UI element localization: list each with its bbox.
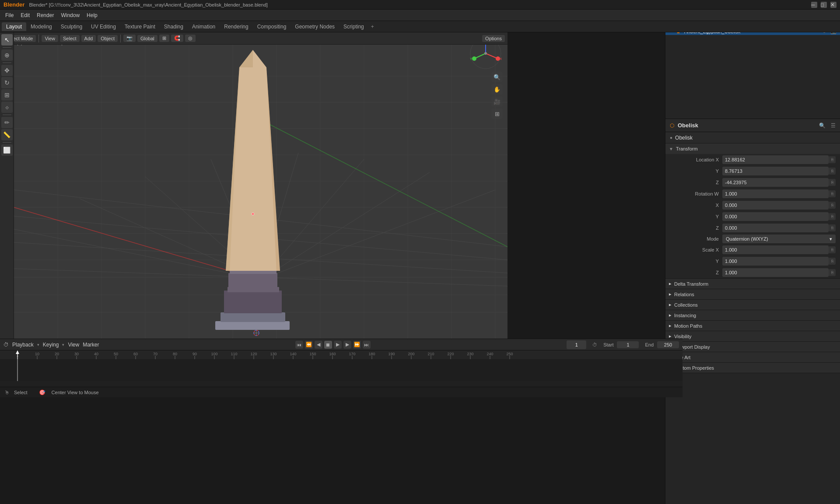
object-menu-btn[interactable]: Object — [98, 35, 118, 42]
playback-menu[interactable]: Playback — [12, 342, 34, 348]
select-tool-btn[interactable]: ↖ — [1, 34, 13, 46]
maximize-btn[interactable]: □ — [821, 2, 827, 8]
scale-x-copy[interactable]: ⎘ — [829, 246, 836, 253]
location-z-value[interactable]: -44.23975 — [722, 178, 829, 187]
instancing-label: Instancing — [674, 313, 696, 318]
minimize-btn[interactable]: ─ — [811, 2, 817, 8]
properties-search-icon[interactable]: 🔍 — [819, 122, 826, 129]
camera-view-btn[interactable]: 🎥 — [492, 96, 502, 107]
tab-animation[interactable]: Animation — [188, 22, 220, 31]
location-x-copy[interactable]: ⎘ — [829, 156, 836, 163]
instancing-row[interactable]: ▸ Instancing — [665, 310, 840, 321]
options-btn[interactable]: Options — [482, 35, 505, 42]
custom-properties-row[interactable]: ▸ Custom Properties — [665, 363, 840, 373]
location-x-value[interactable]: 12.88162 — [722, 155, 829, 164]
location-z-copy[interactable]: ⎘ — [829, 179, 836, 186]
timeline-track[interactable] — [0, 359, 682, 381]
tab-rendering[interactable]: Rendering — [220, 22, 252, 31]
menu-window[interactable]: Window — [57, 11, 83, 19]
tab-sculpting[interactable]: Sculpting — [56, 22, 87, 31]
relations-row[interactable]: ▸ Relations — [665, 289, 840, 300]
menu-render[interactable]: Render — [33, 11, 57, 19]
scale-y-value[interactable]: 1.000 — [722, 257, 829, 266]
rotation-y-value[interactable]: 0.000 — [722, 212, 829, 221]
stop-btn[interactable]: ⏹ — [324, 341, 332, 349]
tab-compositing[interactable]: Compositing — [253, 22, 291, 31]
menu-file[interactable]: File — [2, 11, 17, 19]
viewport-display-row[interactable]: ▸ Viewport Display — [665, 342, 840, 352]
global-selector[interactable]: Global — [137, 35, 158, 42]
menu-edit[interactable]: Edit — [17, 11, 33, 19]
marker-menu[interactable]: Marker — [83, 342, 99, 348]
scale-z-value[interactable]: 1.000 — [722, 268, 829, 277]
grid-btn[interactable]: ⊞ — [492, 108, 502, 119]
collections-arrow: ▸ — [669, 302, 672, 308]
viewport-icon[interactable]: 📷 — [123, 35, 136, 42]
proportional-edit[interactable]: ◎ — [185, 35, 196, 42]
move-tool-btn[interactable]: ✥ — [1, 65, 13, 76]
select-menu-btn[interactable]: Select — [60, 35, 80, 42]
collections-row[interactable]: ▸ Collections — [665, 300, 840, 310]
rotation-z-value[interactable]: 0.000 — [722, 224, 829, 232]
tab-geometry-nodes[interactable]: Geometry Nodes — [290, 22, 339, 31]
3d-viewport[interactable]: User Perspective (1) Scene Collection | … — [14, 32, 508, 339]
tab-modeling[interactable]: Modeling — [26, 22, 56, 31]
jump-start-btn[interactable]: ⏮ — [295, 341, 303, 349]
transform-tool-btn[interactable]: ⟐ — [1, 102, 13, 113]
snap-toggle[interactable]: 🧲 — [171, 35, 183, 42]
start-frame-input[interactable]: 1 — [617, 341, 639, 348]
rotation-z-copy[interactable]: ⎘ — [829, 224, 836, 231]
tab-shading[interactable]: Shading — [160, 22, 188, 31]
rotation-mode-dropdown[interactable]: Quaternion (WXYZ) ▾ — [722, 234, 836, 243]
tab-texture-paint[interactable]: Texture Paint — [120, 22, 160, 31]
time-icon: ⏱ — [592, 342, 597, 347]
transform-header[interactable]: ▼ Transform — [665, 144, 840, 154]
visibility-row[interactable]: ▸ Visibility — [665, 331, 840, 342]
next-keyframe-btn[interactable]: ⏩ — [353, 341, 361, 349]
properties-menu-icon[interactable]: ☰ — [831, 122, 836, 129]
scale-tool-btn[interactable]: ⊞ — [1, 89, 13, 101]
scale-x-value[interactable]: 1.000 — [722, 245, 829, 254]
cursor-tool-btn[interactable]: ⊕ — [1, 49, 13, 61]
add-workspace-btn[interactable]: + — [368, 23, 377, 31]
jump-end-btn[interactable]: ⏭ — [363, 341, 371, 349]
motion-paths-row[interactable]: ▸ Motion Paths — [665, 321, 840, 331]
location-y-copy[interactable]: ⎘ — [829, 168, 836, 175]
transform-pivot[interactable]: ⊞ — [159, 35, 169, 42]
tab-scripting[interactable]: Scripting — [339, 22, 368, 31]
scale-z-copy[interactable]: ⎘ — [829, 269, 836, 276]
end-frame-input[interactable]: 250 — [657, 341, 679, 348]
annotate-tool-btn[interactable]: ✏ — [1, 117, 13, 128]
view-menu[interactable]: View — [68, 342, 79, 348]
zoom-in-btn[interactable]: 🔍 — [492, 72, 502, 82]
delta-transform-row[interactable]: ▸ Delta Transform — [665, 279, 840, 289]
step-back-btn[interactable]: ◀ — [315, 341, 322, 349]
hand-btn[interactable]: ✋ — [492, 84, 502, 94]
close-btn[interactable]: ✕ — [830, 2, 836, 8]
menu-help[interactable]: Help — [83, 11, 101, 19]
rotation-w-copy[interactable]: ⎘ — [829, 190, 836, 197]
add-menu-btn[interactable]: Add — [81, 35, 96, 42]
rotation-x-copy[interactable]: ⎘ — [829, 202, 836, 209]
rotation-w-value[interactable]: 1.000 — [722, 189, 829, 198]
svg-rect-42 — [230, 270, 276, 274]
timeline-header: ⏱ Playback ▾ Keying ▾ View Marker ⏮ ⏪ ◀ … — [0, 339, 682, 350]
rotation-y-copy[interactable]: ⎘ — [829, 213, 836, 220]
tab-layout[interactable]: Layout — [2, 22, 26, 31]
location-y-value[interactable]: 8.76713 — [722, 167, 829, 175]
current-frame-display[interactable]: 1 — [567, 340, 586, 349]
tab-uv-editing[interactable]: UV Editing — [87, 22, 120, 31]
play-btn[interactable]: ▶ — [334, 341, 342, 349]
step-fwd-btn[interactable]: ▶ — [343, 341, 351, 349]
keying-menu[interactable]: Keying — [43, 342, 59, 348]
rotate-tool-btn[interactable]: ↻ — [1, 77, 13, 88]
measure-tool-btn[interactable]: 📏 — [1, 129, 13, 140]
view-menu-btn[interactable]: View — [42, 35, 58, 42]
rotation-x-value[interactable]: 0.000 — [722, 201, 829, 210]
scale-y-copy[interactable]: ⎘ — [829, 258, 836, 265]
properties-object-name[interactable]: Obelisk — [678, 122, 698, 129]
obj-name-display[interactable]: Obelisk — [675, 135, 693, 141]
cube-tool-btn[interactable]: ⬜ — [1, 144, 13, 156]
line-art-row[interactable]: ▸ Line Art — [665, 352, 840, 363]
prev-keyframe-btn[interactable]: ⏪ — [305, 341, 313, 349]
